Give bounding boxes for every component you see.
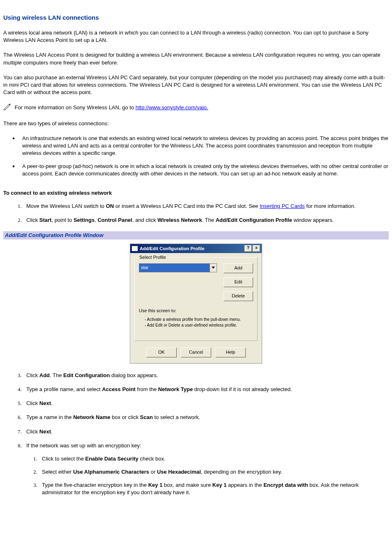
add-button[interactable]: Add [224,263,253,273]
bullet-adhoc: A peer-to-peer group (ad-hoc) network is… [19,163,389,177]
sonystyle-link[interactable]: http://www.sonystyle.com/vaio. [136,104,208,111]
dialog-app-icon [132,246,138,251]
edit-button[interactable]: Edit [224,277,253,287]
profile-select-value: star [139,264,210,272]
ok-button[interactable]: OK [146,348,177,357]
bullet-infrastructure: An infrastructure network is one that ex… [19,135,389,157]
help-button[interactable]: Help [215,348,246,357]
cancel-button[interactable]: Cancel [181,348,211,357]
intro-paragraph-3: You can also purchase an external Wirele… [3,74,389,97]
intro-paragraph-1: A wireless local area network (LAN) is a… [3,29,389,44]
page-heading: Using wireless LAN connections [3,13,389,22]
delete-button[interactable]: Delete [224,291,253,301]
use-screen-list: - Activate a wireless profile from the p… [145,317,253,328]
note-text: For more information on Sony Wireless LA… [13,104,136,111]
note-paragraph: For more information on Sony Wireless LA… [3,104,389,112]
steps-list: Move the Wireless LAN switch to ON or in… [3,203,389,224]
figure-caption: Add/Edit Configuration Profile Window [3,231,389,240]
profile-select[interactable]: star [139,263,217,272]
intro-paragraph-2: The Wireless LAN Access Point is designe… [3,51,389,66]
step-2: Click Start, point to Settings, Control … [23,216,389,224]
step-6: Type a name in the Network Name box or c… [23,414,389,421]
figure-container: Add/Edit Configuration Profile ? × star [3,240,389,371]
dialog-titlebar: Add/Edit Configuration Profile ? × [130,244,262,253]
step-4: Type a profile name, and select Access P… [23,386,389,393]
use-screen-label: Use this screen to: [139,308,253,314]
steps-list-cont: Click Add. The Edit Configuration dialog… [3,372,389,497]
step-8: If the network was set up with an encryp… [23,442,389,497]
substeps-list: Click to select the Enable Data Security… [26,455,389,497]
dialog-close-button[interactable]: × [253,245,260,252]
substep-2: Select either Use Alphanumeric Character… [39,468,389,476]
types-intro: There are two types of wireless connecti… [3,120,389,127]
substep-3: Type the five-character encryption key i… [39,481,389,496]
step-5: Click Next. [23,400,389,407]
inserting-pc-cards-link[interactable]: Inserting PC Cards [260,203,305,209]
add-edit-profile-dialog: Add/Edit Configuration Profile ? × star [130,244,262,363]
dialog-title: Add/Edit Configuration Profile [140,246,205,252]
note-icon [3,104,12,112]
connection-types-list: An infrastructure network is one that ex… [3,135,389,178]
dropdown-arrow-icon[interactable] [210,264,217,272]
dialog-help-button[interactable]: ? [244,245,252,252]
step-1: Move the Wireless LAN switch to ON or in… [23,203,389,210]
step-3: Click Add. The Edit Configuration dialog… [23,372,389,379]
step-7: Click Next. [23,428,389,435]
procedure-heading: To connect to an existing wireless netwo… [3,189,389,197]
substep-1: Click to select the Enable Data Security… [39,455,389,463]
select-profile-group: star Add Edit Delete Use this screen to:… [134,257,258,341]
